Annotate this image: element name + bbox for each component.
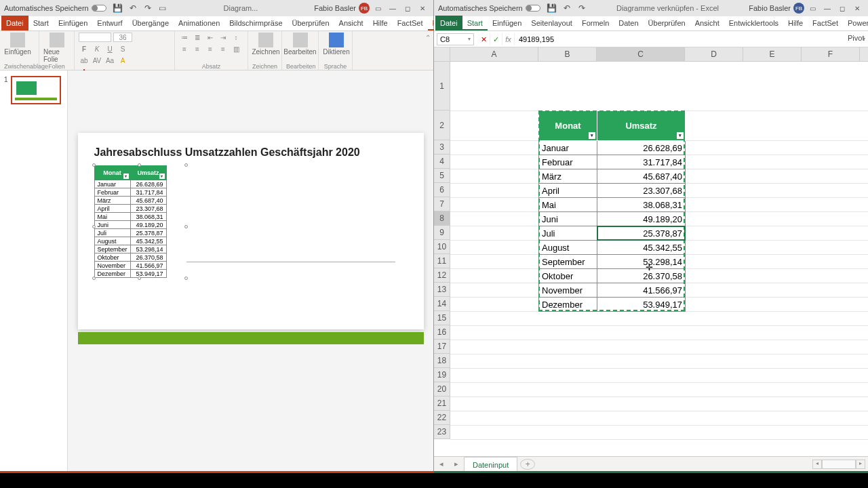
col-header-f[interactable]: F xyxy=(802,47,860,61)
row-header[interactable]: 22 xyxy=(434,411,450,425)
font-family-dropdown[interactable] xyxy=(79,33,111,42)
h-scrollbar[interactable] xyxy=(822,460,856,469)
tab-insert[interactable]: Einfügen xyxy=(488,16,526,30)
fx-icon[interactable]: fx xyxy=(502,33,515,45)
row-header[interactable]: 3 xyxy=(434,140,450,155)
col-header-b[interactable]: B xyxy=(538,47,597,61)
table-row[interactable]: August45.342,55 xyxy=(539,241,686,255)
table-row[interactable]: September53.298,14 xyxy=(94,245,166,253)
shadow-button[interactable]: ab xyxy=(79,56,90,65)
spacing-button[interactable]: AV xyxy=(92,56,102,65)
redo-icon[interactable]: ↷ xyxy=(143,3,153,13)
slide-canvas[interactable]: Jahresabschluss Umsatzzahlen Geschäftsja… xyxy=(68,70,433,471)
autosave-toggle[interactable] xyxy=(92,5,106,12)
numbering-button[interactable]: ≣ xyxy=(192,33,203,42)
row-header[interactable]: 21 xyxy=(434,396,450,411)
table-row[interactable]: Juli25.378,87 xyxy=(539,226,686,241)
table-row[interactable]: August45.342,55 xyxy=(94,237,166,245)
table-row[interactable]: Januar26.628,69 xyxy=(539,141,686,155)
bullets-button[interactable]: ≔ xyxy=(179,33,190,42)
undo-icon[interactable]: ↶ xyxy=(562,3,572,13)
tab-help[interactable]: Hilfe xyxy=(368,16,393,30)
collapse-ribbon-icon[interactable]: ⌃ xyxy=(425,34,431,41)
sheet-nav-next-icon[interactable]: ▸ xyxy=(449,460,464,468)
tab-start[interactable]: Start xyxy=(462,16,488,30)
row-header[interactable]: 15 xyxy=(434,311,450,325)
table-row[interactable]: März45.687,40 xyxy=(539,169,686,184)
strike-button[interactable]: S xyxy=(117,44,128,54)
table-row[interactable]: Juli25.378,87 xyxy=(94,229,166,237)
col-header-d[interactable]: D xyxy=(685,47,743,61)
cancel-icon[interactable]: ✕ xyxy=(478,33,490,45)
font-size-dropdown[interactable]: 36 xyxy=(113,33,132,42)
new-sheet-button[interactable]: + xyxy=(520,459,535,470)
case-button[interactable]: Aa xyxy=(104,56,115,65)
row-header[interactable]: 19 xyxy=(434,368,450,382)
paste-button[interactable]: Einfügen xyxy=(4,33,31,56)
row-header[interactable]: 14 xyxy=(434,297,450,311)
tab-layout[interactable]: Seitenlayout xyxy=(526,16,577,30)
align-center-button[interactable]: ≡ xyxy=(192,44,203,54)
accept-icon[interactable]: ✓ xyxy=(490,33,502,45)
row-header[interactable]: 8 xyxy=(434,211,450,226)
zoom-slider[interactable] xyxy=(781,479,829,481)
col-header-a[interactable]: A xyxy=(450,47,538,61)
table-row[interactable]: Mai38.068,31 xyxy=(539,198,686,212)
table-row[interactable]: April23.307,68 xyxy=(94,205,166,213)
spellcheck-icon[interactable]: ⌨ xyxy=(55,475,66,484)
row-header[interactable]: 10 xyxy=(434,240,450,254)
maximize-icon[interactable]: ◻ xyxy=(835,3,849,13)
filter-arrow-icon[interactable]: ▾ xyxy=(159,174,165,179)
user-avatar[interactable]: FB xyxy=(359,3,370,14)
highlight-button[interactable]: A xyxy=(117,56,128,65)
zoom-out-icon[interactable]: − xyxy=(333,476,337,484)
filter-arrow-icon[interactable]: ▾ xyxy=(123,174,129,179)
row-header[interactable]: 6 xyxy=(434,183,450,197)
row-header[interactable]: 16 xyxy=(434,325,450,340)
line-spacing-button[interactable]: ↕ xyxy=(231,33,241,42)
minimize-icon[interactable]: — xyxy=(386,3,399,13)
save-icon[interactable]: 💾 xyxy=(547,3,557,13)
cell-grid[interactable]: 1234567891011121314151617181920212223 Mo… xyxy=(434,62,868,456)
table-row[interactable]: Oktober26.370,58 xyxy=(94,253,166,262)
slideshow-view-icon[interactable]: ▦ xyxy=(320,475,332,485)
zoom-level[interactable]: 160 % xyxy=(842,476,863,484)
col-header-e[interactable]: E xyxy=(743,47,802,61)
justify-button[interactable]: ≡ xyxy=(218,44,229,54)
formula-input[interactable]: 49189,195 xyxy=(515,35,860,43)
tab-transitions[interactable]: Übergänge xyxy=(127,16,174,30)
tab-file[interactable]: Datei xyxy=(435,16,462,30)
tab-data[interactable]: Daten xyxy=(614,16,643,30)
pagebreak-view-icon[interactable]: ⊞ xyxy=(760,475,772,485)
table-row[interactable]: April23.307,68 xyxy=(539,184,686,198)
minimize-icon[interactable]: — xyxy=(821,3,834,13)
table-row[interactable]: September53.298,14 xyxy=(539,255,686,269)
table-row[interactable]: Februar31.717,84 xyxy=(539,155,686,169)
tab-view[interactable]: Ansicht xyxy=(334,16,368,30)
sheet-tab-dateninput[interactable]: Dateninput xyxy=(464,457,517,472)
scroll-left-icon[interactable]: ◂ xyxy=(812,460,822,469)
layout-view-icon[interactable]: ▭ xyxy=(747,475,759,485)
ribbon-mode-icon[interactable]: ▭ xyxy=(806,3,819,13)
tab-review[interactable]: Überprüfen xyxy=(644,16,690,30)
tab-factset[interactable]: FactSet xyxy=(808,16,843,30)
columns-button[interactable]: ▥ xyxy=(231,44,241,54)
close-icon[interactable]: ✕ xyxy=(416,3,429,13)
tab-help[interactable]: Hilfe xyxy=(783,16,808,30)
scroll-right-icon[interactable]: ▸ xyxy=(856,460,865,469)
zoom-slider[interactable] xyxy=(341,479,389,481)
tab-factset[interactable]: FactSet xyxy=(393,16,428,30)
indent-dec-button[interactable]: ⇤ xyxy=(205,33,216,42)
reading-view-icon[interactable]: 📖 xyxy=(307,475,319,485)
edit-button[interactable]: Bearbeiten xyxy=(286,33,314,56)
slideshow-icon[interactable]: ▭ xyxy=(158,3,167,13)
filter-arrow-icon[interactable]: ▾ xyxy=(677,132,684,139)
zoom-level[interactable]: 60 % xyxy=(401,476,418,484)
redo-icon[interactable]: ↷ xyxy=(577,3,587,13)
row-header[interactable]: 4 xyxy=(434,155,450,169)
filter-arrow-icon[interactable]: ▾ xyxy=(589,132,595,139)
bold-button[interactable]: F xyxy=(79,44,90,54)
row-header[interactable]: 23 xyxy=(434,425,450,439)
sheet-nav-prev-icon[interactable]: ◂ xyxy=(434,460,449,468)
tab-start[interactable]: Start xyxy=(28,16,54,30)
